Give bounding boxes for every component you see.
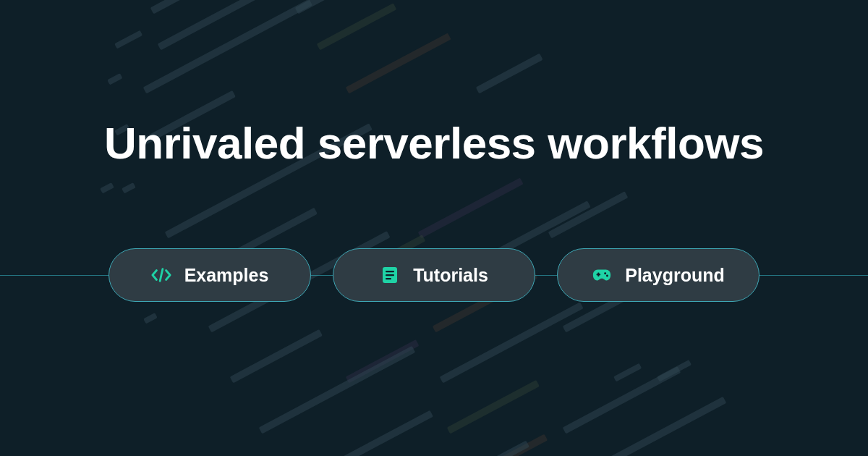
playground-button[interactable]: Playground (557, 248, 760, 302)
svg-rect-3 (386, 278, 391, 279)
svg-point-6 (604, 272, 606, 274)
playground-label: Playground (625, 265, 725, 286)
svg-point-7 (606, 274, 608, 276)
svg-rect-5 (597, 272, 599, 276)
svg-rect-2 (386, 274, 394, 276)
tutorials-label: Tutorials (413, 265, 488, 286)
tutorials-button[interactable]: Tutorials (333, 248, 535, 302)
book-icon (380, 265, 400, 285)
svg-rect-1 (386, 271, 394, 272)
code-icon (151, 265, 171, 285)
gamepad-icon (592, 265, 612, 285)
pill-row: Examples Tutorials (0, 247, 868, 303)
examples-label: Examples (184, 265, 269, 286)
pill-row-container: Examples Tutorials (0, 247, 868, 303)
hero-headline: Unrivaled serverless workflows (104, 117, 764, 169)
examples-button[interactable]: Examples (109, 248, 311, 302)
